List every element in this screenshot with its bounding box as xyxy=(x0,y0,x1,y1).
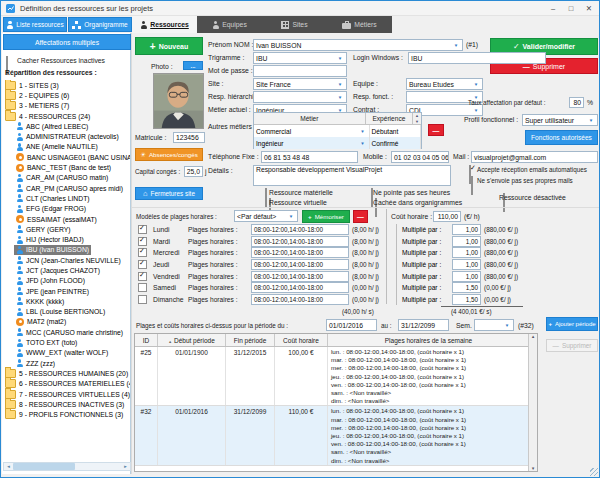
tree-item[interactable]: 6 - RESSOURCES MATERIELLES (4) xyxy=(3,379,130,389)
tab-metiers[interactable]: Métiers xyxy=(327,16,392,33)
period-to-field[interactable]: 31/12/2099 xyxy=(398,319,449,331)
tree-item[interactable]: 3 - METIERS (7) xyxy=(3,101,130,111)
col-experience[interactable]: Expérience xyxy=(366,113,413,124)
nenvoie-checkbox[interactable] xyxy=(471,176,473,195)
scroll-thumb[interactable] xyxy=(13,463,75,470)
profil-combo[interactable]: Super utilisateur xyxy=(522,114,598,126)
tree-item[interactable]: IBU (Ivan BUISSON) xyxy=(3,245,130,255)
day-checkbox[interactable] xyxy=(138,272,147,281)
day-hours-field[interactable]: 08:00-12:00,14:00-18:00 xyxy=(251,236,349,247)
tree-item[interactable]: CLT (Charles LINDT) xyxy=(3,193,130,203)
tree-item[interactable]: CAR_PM (CARUSO apres midi) xyxy=(3,183,130,193)
chevron-down-icon[interactable] xyxy=(359,125,367,137)
scroll-up-icon[interactable]: ▲ xyxy=(415,113,419,118)
supprimer-periode-button[interactable]: — Supprimer xyxy=(546,339,598,352)
day-checkbox[interactable] xyxy=(138,248,147,257)
col-cout[interactable]: Coût horaire xyxy=(275,334,328,346)
tree-item[interactable]: ZZZ (zzz) xyxy=(3,358,130,368)
tree-item[interactable]: 9 - PROFILS FONCTIONNELS (3) xyxy=(3,410,130,420)
autres-metiers-row[interactable]: Commercial Débutant xyxy=(254,125,421,137)
chevron-down-icon[interactable] xyxy=(472,105,480,115)
tree-item[interactable]: 7 - RESSOURCES VIRTUELLES (4) xyxy=(3,389,130,399)
scroll-down-icon[interactable]: ▼ xyxy=(531,466,535,471)
tree-item[interactable]: 4 - RESSOURCES (24) xyxy=(3,111,130,121)
autres-metiers-row[interactable]: Ingénieur Confirmé xyxy=(254,137,421,149)
tree-item[interactable]: MAT2 (mat2) xyxy=(3,317,130,327)
login-field[interactable]: IBU xyxy=(408,52,546,64)
mobile-field[interactable]: 01 02 03 04 05 06 xyxy=(391,151,449,163)
telephone-field[interactable]: 06 81 53 48 48 xyxy=(261,151,358,163)
tree-item[interactable]: KKKK (kkkk) xyxy=(3,296,130,306)
tree-item[interactable]: ESSAIMAT (essaiMAT) xyxy=(3,214,130,224)
day-checkbox[interactable] xyxy=(138,283,147,292)
tree-item[interactable]: ADMINISTRATEUR (actevolis) xyxy=(3,131,130,141)
tab-ressources[interactable]: Ressources xyxy=(132,16,197,33)
chevron-down-icon[interactable] xyxy=(452,40,460,50)
close-button[interactable]: ✕ xyxy=(580,1,598,15)
col-metier[interactable]: Métier xyxy=(254,113,366,124)
cout-horaire-field[interactable]: 110,00 xyxy=(433,211,461,222)
capital-conges-field[interactable]: 25,0 xyxy=(184,166,203,177)
tree-item[interactable]: 2 - EQUIPES (6) xyxy=(3,90,130,100)
tree-item[interactable]: JCN (Jean-Charles NEUVILLE) xyxy=(3,255,130,265)
photo-browse-button[interactable]: ... xyxy=(183,61,203,70)
tree-item[interactable]: WWW_EXT (walter WOLF) xyxy=(3,348,130,358)
tree-item[interactable]: JCT (Jacques CHAZOT) xyxy=(3,265,130,275)
day-hours-field[interactable]: 08:00-12:00,14:00-18:00 xyxy=(251,247,349,258)
tree-item[interactable]: BANC USINAGE01 (BANC USINAG xyxy=(3,152,130,162)
tree-item[interactable]: ANE (Amelie NAUTILE) xyxy=(3,142,130,152)
mdp-field[interactable] xyxy=(253,65,347,77)
chevron-down-icon[interactable] xyxy=(287,211,295,221)
tree-horizontal-scrollbar[interactable]: ◄ ► xyxy=(3,462,131,471)
tree-item[interactable]: GERY (GERY) xyxy=(3,224,130,234)
remove-metier-button[interactable]: — xyxy=(428,124,444,136)
tree-item[interactable]: EFG (Edgar FROG) xyxy=(3,204,130,214)
day-mult-field[interactable]: 1,00 xyxy=(452,247,481,258)
period-from-field[interactable]: 01/01/2016 xyxy=(326,319,377,331)
period-row[interactable]: #25 01/01/1900 31/12/2015 100,00 € lun. … xyxy=(135,347,537,406)
tab-equipes[interactable]: Equipes xyxy=(197,16,262,33)
details-field[interactable]: Responsable développement VisualProjet xyxy=(253,165,451,186)
tree-item[interactable]: ABC (Alfred LEBEC) xyxy=(3,121,130,131)
tree-item[interactable]: JPE (jean PEINTRE) xyxy=(3,286,130,296)
col-id[interactable]: ID xyxy=(135,334,158,346)
tab-sites[interactable]: Sites xyxy=(262,16,327,33)
scroll-up-icon[interactable]: ▲ xyxy=(531,334,535,339)
remove-modele-button[interactable]: — xyxy=(353,210,368,223)
tree-item[interactable]: 1 - SITES (3) xyxy=(3,80,130,90)
day-checkbox[interactable] xyxy=(138,237,147,246)
tree-item[interactable]: 5 - RESSOURCES HUMAINES (20) xyxy=(3,368,130,378)
day-checkbox[interactable] xyxy=(138,260,147,269)
tree-item[interactable]: 8 - RESSOURCES INACTIVES (3) xyxy=(3,399,130,409)
tree-item[interactable]: CAR_AM (CARUSO matin) xyxy=(3,173,130,183)
chevron-down-icon[interactable] xyxy=(336,92,344,102)
chevron-down-icon[interactable] xyxy=(336,79,344,89)
experience-cell[interactable]: Débutant xyxy=(370,125,421,137)
taux-field[interactable]: 80 xyxy=(569,97,584,108)
absences-button[interactable]: Absences/congés xyxy=(135,148,203,161)
table-vertical-scrollbar[interactable]: ▲ ▼ xyxy=(528,334,537,471)
site-combo[interactable]: Site France xyxy=(253,78,347,90)
maximize-button[interactable]: □ xyxy=(562,1,580,15)
day-hours-field[interactable]: 08:00-12:00,14:00-18:00 xyxy=(251,259,349,270)
tree-item[interactable]: JFD (John FLOOD) xyxy=(3,276,130,286)
day-mult-field[interactable]: 1,50 xyxy=(452,294,481,305)
day-hours-field[interactable]: 08:00-12:00,14:00-18:00 xyxy=(251,294,349,305)
chevron-down-icon[interactable] xyxy=(587,115,595,125)
materielle-checkbox[interactable] xyxy=(265,188,267,207)
period-sem-combo[interactable] xyxy=(474,319,514,331)
tree-item[interactable]: BANC_TEST (Banc de test) xyxy=(3,162,130,172)
chevron-down-icon[interactable] xyxy=(336,53,344,63)
tree-item[interactable]: HIJ (Hector IBADJ) xyxy=(3,234,130,244)
fermetures-site-button[interactable]: Fermetures site xyxy=(135,187,203,200)
day-mult-field[interactable]: 1,00 xyxy=(452,224,481,235)
experience-cell[interactable]: Confirmé xyxy=(370,137,421,149)
resp-hierarchique-combo[interactable] xyxy=(253,91,347,103)
chevron-down-icon[interactable] xyxy=(503,320,511,330)
day-hours-field[interactable]: 08:00-12:00,14:00-18:00 xyxy=(251,224,349,235)
scroll-right-icon[interactable]: ► xyxy=(121,463,130,470)
period-row[interactable]: #32 01/01/2016 31/12/2099 110,00 € lun. … xyxy=(135,406,537,465)
view-organigramme-button[interactable]: Organigramme xyxy=(68,17,132,32)
view-liste-ressources-button[interactable]: Liste ressources xyxy=(3,17,67,32)
day-mult-field[interactable]: 1,00 xyxy=(452,271,481,282)
